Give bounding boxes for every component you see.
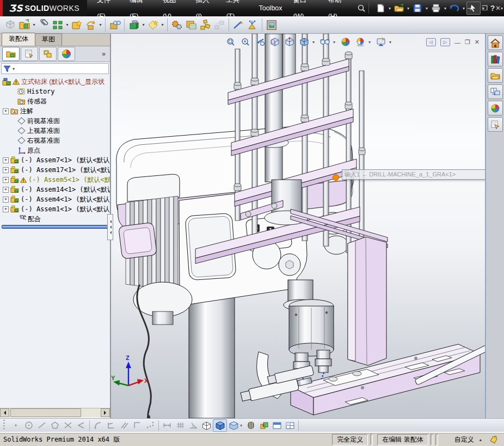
tree-row-front-plane[interactable]: 前视基准面 — [0, 116, 110, 126]
tag-icon[interactable] — [489, 436, 499, 444]
expander-icon[interactable]: + — [3, 177, 9, 183]
shaded-icon[interactable] — [227, 420, 240, 431]
menu-toolbox[interactable]: Toolbox — [253, 0, 287, 16]
display-manager-icon[interactable] — [58, 47, 75, 61]
custom-properties-icon[interactable] — [488, 117, 503, 132]
angle-icon[interactable] — [75, 420, 88, 431]
open-file-icon[interactable] — [392, 2, 405, 14]
tangent-arc-icon[interactable] — [91, 420, 105, 431]
smart-fasteners-icon[interactable] — [70, 18, 84, 32]
curvature-icon[interactable] — [244, 420, 257, 431]
doc-restore-icon[interactable]: ❐ — [465, 39, 470, 46]
save-caret-icon[interactable]: ▾ — [425, 6, 429, 11]
display-style-icon[interactable] — [298, 36, 311, 48]
doc-minimize-icon[interactable]: — — [454, 39, 460, 46]
edit-appearance-icon[interactable] — [339, 36, 352, 48]
move-component-caret-icon[interactable]: ▾ — [98, 22, 103, 27]
assembly-features-caret-icon[interactable]: ▾ — [141, 22, 146, 27]
view-palette-icon[interactable] — [488, 84, 503, 99]
view-settings-caret-icon[interactable]: ▾ — [389, 40, 394, 45]
scroll-right-icon[interactable] — [101, 408, 110, 417]
configuration-manager-icon[interactable] — [39, 47, 57, 61]
exploded-view-icon[interactable] — [198, 18, 212, 32]
zoom-to-area-icon[interactable] — [239, 36, 252, 48]
perpendicular-icon[interactable] — [131, 420, 144, 431]
tree-row-assem1[interactable]: + (-) Assem1<1> (默认<默认_ — [0, 204, 110, 214]
sketch-relations-icon[interactable] — [105, 420, 118, 431]
save-icon[interactable] — [411, 2, 424, 14]
simulation-icon[interactable] — [245, 18, 260, 32]
panel-overflow-chevron[interactable]: » — [102, 50, 106, 58]
print-icon[interactable] — [429, 2, 442, 14]
expander-icon[interactable]: + — [3, 197, 9, 203]
reference-geometry-icon[interactable] — [146, 18, 160, 32]
angle-dimension-icon[interactable] — [187, 420, 200, 431]
new-file-icon[interactable] — [374, 2, 387, 14]
line-icon[interactable] — [35, 420, 48, 431]
tree-row-mates[interactable]: 配合 — [0, 214, 110, 224]
graphics-viewport[interactable]: Z X Y ▾ ▾ ▾ ▾ — [111, 34, 485, 418]
undo-caret-icon[interactable]: ▾ — [462, 6, 466, 11]
split-horizontal-icon[interactable] — [271, 420, 284, 431]
view-settings-icon[interactable] — [374, 36, 388, 48]
file-explorer-icon[interactable] — [488, 68, 503, 83]
tree-horizontal-scrollbar[interactable] — [0, 408, 110, 417]
trim-icon[interactable] — [62, 420, 75, 431]
tree-row-origin[interactable]: 原点 — [0, 145, 110, 155]
tree-row-assem14[interactable]: + (-) Assem14<1> (默认<默认 — [0, 185, 110, 194]
doc-close-icon[interactable]: ✕ — [475, 39, 480, 46]
hide-show-caret-icon[interactable]: ▾ — [333, 40, 337, 45]
grid-icon[interactable] — [174, 420, 187, 431]
custom-caret-icon[interactable]: ▴ — [480, 437, 482, 442]
linear-component-pattern-icon[interactable] — [51, 18, 65, 32]
solidworks-resources-icon[interactable] — [488, 35, 503, 50]
tree-row-annotations[interactable]: + A 注解 — [0, 106, 110, 116]
insert-components-caret-icon[interactable]: ▾ — [32, 22, 36, 27]
new-motion-study-icon[interactable] — [170, 18, 184, 32]
previous-view-icon[interactable] — [254, 36, 267, 48]
design-library-icon[interactable] — [488, 52, 503, 66]
scroll-left-icon[interactable] — [0, 408, 9, 417]
tree-row-history[interactable]: History — [0, 87, 110, 96]
tree-row-assem7[interactable]: + (-) Assem7<1> (默认<默认_ — [0, 155, 110, 165]
featuremanager-tree-icon[interactable] — [2, 47, 20, 61]
undo-icon[interactable] — [448, 2, 461, 14]
hide-show-items-icon[interactable] — [318, 36, 331, 48]
apply-scene-icon[interactable] — [354, 36, 367, 48]
close-button[interactable]: ✕ — [495, 4, 501, 12]
section-view-icon[interactable] — [268, 36, 281, 48]
expander-icon[interactable]: + — [3, 206, 9, 212]
scrollbar-thumb[interactable] — [10, 408, 81, 417]
move-component-icon[interactable] — [84, 18, 98, 32]
display-style-caret-icon[interactable]: ▾ — [312, 40, 317, 45]
tab-sketch[interactable]: 草图 — [35, 33, 62, 46]
view-orientation-icon[interactable] — [283, 36, 296, 48]
apply-scene-caret-icon[interactable]: ▾ — [368, 40, 373, 45]
tree-filter[interactable]: ▾ — [1, 63, 109, 74]
point-pattern-icon[interactable] — [144, 420, 157, 431]
explode-line-sketch-icon[interactable] — [212, 18, 226, 32]
tree-row-root[interactable]: 立式钻床 (默认<默认_显示状 — [0, 77, 110, 87]
point-icon[interactable] — [9, 420, 22, 431]
minimize-button[interactable]: — — [468, 4, 474, 12]
expander-icon[interactable]: + — [3, 108, 9, 114]
drill-press-model[interactable]: Z X Y — [111, 34, 485, 418]
tab-assembly[interactable]: 装配体 — [2, 33, 35, 46]
new-file-caret-icon[interactable]: ▾ — [388, 6, 392, 11]
interference-detection-icon[interactable] — [257, 420, 271, 431]
wireframe-icon[interactable] — [200, 420, 213, 431]
dimension-icon[interactable] — [161, 420, 174, 431]
tree-row-assem17[interactable]: + (-) Assem17<1> (默认<默认 — [0, 165, 110, 175]
right-support-plate[interactable] — [348, 237, 386, 365]
parallel-icon[interactable] — [118, 420, 131, 431]
appearances-icon[interactable] — [488, 101, 503, 115]
expand-pane-icon[interactable]: ▷ — [440, 38, 450, 46]
assembly-features-icon[interactable] — [127, 18, 141, 32]
linear-pattern-caret-icon[interactable]: ▾ — [65, 22, 70, 27]
large-design-review-icon[interactable] — [265, 18, 279, 32]
shaded-with-edges-icon[interactable] — [213, 419, 227, 432]
split-grid-icon[interactable] — [284, 420, 297, 431]
bill-of-materials-icon[interactable] — [184, 18, 198, 32]
rollback-bar[interactable] — [2, 225, 108, 229]
tree-row-assem5[interactable]: + (-) Assem5<1> (默认<默认 — [0, 175, 110, 185]
